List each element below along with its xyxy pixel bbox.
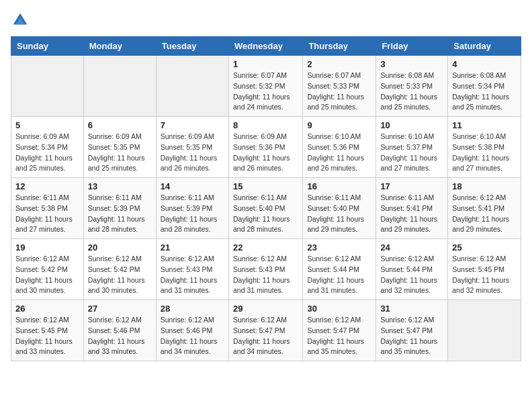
day-info: Sunset: 5:38 PM <box>452 142 517 153</box>
day-number: 26 <box>15 304 79 314</box>
day-info: Daylight: 11 hours <box>161 214 224 225</box>
day-info: Sunset: 5:44 PM <box>380 265 443 275</box>
calendar-header-row: SundayMondayTuesdayWednesdayThursdayFrid… <box>11 37 521 56</box>
day-info: Sunrise: 6:11 AM <box>307 193 371 203</box>
day-number: 5 <box>15 120 79 130</box>
day-info: and 27 minutes. <box>452 163 517 174</box>
calendar-cell: 9Sunrise: 6:10 AMSunset: 5:36 PMDaylight… <box>303 117 376 178</box>
day-number: 13 <box>88 181 152 191</box>
day-number: 12 <box>15 181 79 191</box>
day-info: Daylight: 11 hours <box>233 153 298 164</box>
day-info: Sunrise: 6:08 AM <box>452 71 517 81</box>
calendar-header-saturday: Saturday <box>448 37 521 56</box>
day-info: Daylight: 11 hours <box>233 275 298 286</box>
day-number: 25 <box>452 242 517 253</box>
day-number: 8 <box>233 120 298 130</box>
day-info: Sunset: 5:33 PM <box>380 81 443 92</box>
day-info: and 29 minutes. <box>452 224 517 235</box>
day-info: Sunset: 5:47 PM <box>380 326 443 336</box>
day-info: and 25 minutes. <box>88 163 152 174</box>
day-info: and 27 minutes. <box>380 163 443 174</box>
day-info: Sunrise: 6:11 AM <box>380 193 443 203</box>
calendar-week-row: 1Sunrise: 6:07 AMSunset: 5:32 PMDaylight… <box>11 56 521 117</box>
day-info: and 32 minutes. <box>380 285 443 296</box>
day-info: Sunset: 5:34 PM <box>452 81 517 92</box>
day-info: Sunset: 5:36 PM <box>307 142 371 153</box>
calendar-cell <box>156 56 228 117</box>
calendar-cell: 5Sunrise: 6:09 AMSunset: 5:34 PMDaylight… <box>11 117 84 178</box>
day-info: Sunrise: 6:12 AM <box>161 315 224 326</box>
day-info: Sunrise: 6:12 AM <box>15 254 79 265</box>
day-info: Sunset: 5:46 PM <box>161 326 224 336</box>
day-info: and 35 minutes. <box>380 347 443 357</box>
day-info: and 30 minutes. <box>88 285 152 296</box>
calendar-header-friday: Friday <box>376 37 448 56</box>
day-info: Sunset: 5:41 PM <box>452 203 517 214</box>
day-number: 6 <box>88 120 152 130</box>
day-info: Sunrise: 6:07 AM <box>307 71 371 81</box>
day-info: and 28 minutes. <box>88 224 152 235</box>
calendar-header-tuesday: Tuesday <box>156 37 228 56</box>
day-info: Sunrise: 6:12 AM <box>307 315 371 326</box>
day-info: and 35 minutes. <box>307 347 371 357</box>
day-info: and 28 minutes. <box>233 224 298 235</box>
calendar-cell: 25Sunrise: 6:12 AMSunset: 5:45 PMDayligh… <box>448 239 521 300</box>
day-number: 10 <box>380 120 443 130</box>
day-info: Sunset: 5:39 PM <box>161 203 224 214</box>
calendar-cell: 16Sunrise: 6:11 AMSunset: 5:40 PMDayligh… <box>303 178 376 239</box>
day-info: Sunrise: 6:11 AM <box>233 193 298 203</box>
day-info: Daylight: 11 hours <box>161 336 224 347</box>
day-info: Daylight: 11 hours <box>161 275 224 286</box>
day-info: Sunset: 5:45 PM <box>452 265 517 275</box>
day-info: Daylight: 11 hours <box>307 214 371 225</box>
day-info: and 31 minutes. <box>233 285 298 296</box>
day-info: Daylight: 11 hours <box>380 275 443 286</box>
logo-icon <box>11 11 30 30</box>
day-info: and 24 minutes. <box>233 102 298 113</box>
day-info: Daylight: 11 hours <box>307 92 371 103</box>
day-info: and 32 minutes. <box>452 285 517 296</box>
day-number: 27 <box>88 304 152 314</box>
day-info: Sunset: 5:45 PM <box>15 326 79 336</box>
calendar-cell: 15Sunrise: 6:11 AMSunset: 5:40 PMDayligh… <box>228 178 302 239</box>
calendar-cell: 29Sunrise: 6:12 AMSunset: 5:47 PMDayligh… <box>228 300 302 361</box>
day-info: and 25 minutes. <box>307 102 371 113</box>
calendar-week-row: 5Sunrise: 6:09 AMSunset: 5:34 PMDaylight… <box>11 117 521 178</box>
calendar-cell: 20Sunrise: 6:12 AMSunset: 5:42 PMDayligh… <box>83 239 156 300</box>
day-info: Daylight: 11 hours <box>15 336 79 347</box>
calendar-cell: 30Sunrise: 6:12 AMSunset: 5:47 PMDayligh… <box>303 300 376 361</box>
day-number: 31 <box>380 304 443 314</box>
day-info: Sunrise: 6:10 AM <box>307 132 371 142</box>
day-info: Sunset: 5:47 PM <box>307 326 371 336</box>
day-info: Sunrise: 6:11 AM <box>15 193 79 203</box>
day-info: Daylight: 11 hours <box>307 275 371 286</box>
day-info: Daylight: 11 hours <box>161 153 224 164</box>
day-info: Sunset: 5:43 PM <box>233 265 298 275</box>
day-info: and 26 minutes. <box>161 163 224 174</box>
day-info: Sunset: 5:35 PM <box>88 142 152 153</box>
day-info: Sunrise: 6:12 AM <box>15 315 79 326</box>
calendar-cell: 10Sunrise: 6:10 AMSunset: 5:37 PMDayligh… <box>376 117 448 178</box>
day-info: and 31 minutes. <box>161 285 224 296</box>
day-number: 15 <box>233 181 298 191</box>
calendar-cell <box>11 56 84 117</box>
calendar-header-monday: Monday <box>83 37 156 56</box>
day-info: Daylight: 11 hours <box>307 336 371 347</box>
day-info: Sunrise: 6:09 AM <box>15 132 79 142</box>
day-info: Sunrise: 6:09 AM <box>233 132 298 142</box>
day-number: 2 <box>307 59 371 69</box>
calendar-week-row: 12Sunrise: 6:11 AMSunset: 5:38 PMDayligh… <box>11 178 521 239</box>
day-info: and 28 minutes. <box>161 224 224 235</box>
day-info: Daylight: 11 hours <box>307 153 371 164</box>
day-info: Daylight: 11 hours <box>380 336 443 347</box>
day-info: Sunset: 5:39 PM <box>88 203 152 214</box>
day-info: Sunrise: 6:12 AM <box>452 254 517 265</box>
day-number: 16 <box>307 181 371 191</box>
calendar-cell: 22Sunrise: 6:12 AMSunset: 5:43 PMDayligh… <box>228 239 302 300</box>
day-info: Daylight: 11 hours <box>233 214 298 225</box>
day-info: Sunrise: 6:12 AM <box>380 315 443 326</box>
day-info: Sunrise: 6:12 AM <box>233 315 298 326</box>
day-info: Daylight: 11 hours <box>452 153 517 164</box>
day-info: Sunset: 5:46 PM <box>88 326 152 336</box>
calendar-cell: 14Sunrise: 6:11 AMSunset: 5:39 PMDayligh… <box>156 178 228 239</box>
